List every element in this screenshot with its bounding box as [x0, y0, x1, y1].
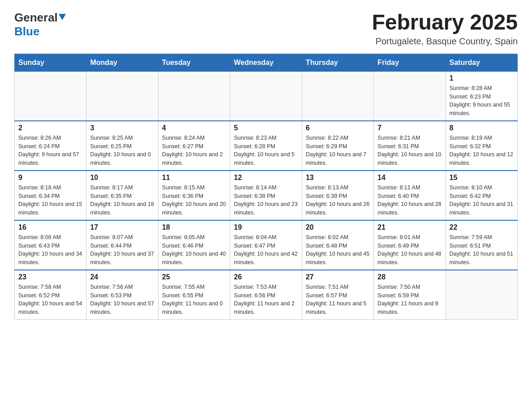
calendar-cell — [446, 270, 517, 320]
day-number: 19 — [234, 223, 298, 231]
day-info: Sunrise: 7:58 AMSunset: 6:52 PMDaylight:… — [18, 283, 82, 317]
day-number: 22 — [450, 223, 514, 231]
page-header: General Blue February 2025 Portugalete, … — [14, 11, 518, 47]
day-info: Sunrise: 8:04 AMSunset: 6:47 PMDaylight:… — [234, 233, 298, 267]
day-number: 14 — [378, 174, 442, 182]
day-number: 15 — [450, 174, 514, 182]
calendar-cell: 6Sunrise: 8:22 AMSunset: 6:29 PMDaylight… — [302, 121, 373, 171]
day-info: Sunrise: 8:24 AMSunset: 6:27 PMDaylight:… — [162, 134, 226, 167]
calendar-week-row-3: 16Sunrise: 8:08 AMSunset: 6:43 PMDayligh… — [15, 220, 518, 270]
day-info: Sunrise: 7:56 AMSunset: 6:53 PMDaylight:… — [90, 283, 154, 317]
calendar-cell: 9Sunrise: 8:18 AMSunset: 6:34 PMDaylight… — [15, 171, 86, 220]
calendar-header-monday: Monday — [86, 54, 158, 71]
day-info: Sunrise: 8:18 AMSunset: 6:34 PMDaylight:… — [18, 184, 82, 217]
calendar-cell: 27Sunrise: 7:51 AMSunset: 6:57 PMDayligh… — [302, 270, 373, 320]
logo-blue-text: Blue — [14, 25, 39, 38]
day-number: 26 — [234, 273, 298, 281]
day-info: Sunrise: 8:21 AMSunset: 6:31 PMDaylight:… — [378, 134, 442, 167]
calendar-cell: 18Sunrise: 8:05 AMSunset: 6:46 PMDayligh… — [158, 220, 230, 270]
calendar-cell: 24Sunrise: 7:56 AMSunset: 6:53 PMDayligh… — [86, 270, 158, 320]
calendar-week-row-4: 23Sunrise: 7:58 AMSunset: 6:52 PMDayligh… — [15, 270, 518, 320]
calendar-cell: 11Sunrise: 8:15 AMSunset: 6:36 PMDayligh… — [158, 171, 230, 220]
day-number: 11 — [162, 174, 226, 182]
calendar-cell — [374, 71, 446, 121]
day-info: Sunrise: 8:28 AMSunset: 6:23 PMDaylight:… — [450, 84, 514, 118]
day-number: 25 — [162, 273, 226, 281]
day-number: 16 — [18, 223, 82, 231]
day-info: Sunrise: 8:11 AMSunset: 6:40 PMDaylight:… — [378, 184, 442, 217]
day-number: 1 — [450, 74, 514, 82]
calendar-cell: 19Sunrise: 8:04 AMSunset: 6:47 PMDayligh… — [230, 220, 302, 270]
day-info: Sunrise: 7:51 AMSunset: 6:57 PMDaylight:… — [306, 283, 370, 317]
day-number: 9 — [18, 174, 82, 182]
logo-arrow-icon — [59, 14, 66, 23]
calendar-cell: 7Sunrise: 8:21 AMSunset: 6:31 PMDaylight… — [374, 121, 446, 171]
calendar-cell: 12Sunrise: 8:14 AMSunset: 6:38 PMDayligh… — [230, 171, 302, 220]
day-info: Sunrise: 8:10 AMSunset: 6:42 PMDaylight:… — [450, 184, 514, 217]
calendar-header-row: SundayMondayTuesdayWednesdayThursdayFrid… — [15, 54, 518, 71]
day-number: 24 — [90, 273, 154, 281]
calendar-cell: 5Sunrise: 8:23 AMSunset: 6:28 PMDaylight… — [230, 121, 302, 171]
day-number: 3 — [90, 124, 154, 132]
day-info: Sunrise: 8:26 AMSunset: 6:24 PMDaylight:… — [18, 134, 82, 167]
calendar-cell: 14Sunrise: 8:11 AMSunset: 6:40 PMDayligh… — [374, 171, 446, 220]
logo-general-text: General — [14, 11, 58, 25]
day-number: 21 — [378, 223, 442, 231]
calendar-cell: 13Sunrise: 8:13 AMSunset: 6:39 PMDayligh… — [302, 171, 373, 220]
calendar-week-row-0: 1Sunrise: 8:28 AMSunset: 6:23 PMDaylight… — [15, 71, 518, 121]
month-title: February 2025 — [372, 11, 518, 34]
day-number: 2 — [18, 124, 82, 132]
day-number: 12 — [234, 174, 298, 182]
calendar-cell: 2Sunrise: 8:26 AMSunset: 6:24 PMDaylight… — [15, 121, 86, 171]
day-info: Sunrise: 7:59 AMSunset: 6:51 PMDaylight:… — [450, 233, 514, 267]
day-number: 5 — [234, 124, 298, 132]
day-number: 8 — [450, 124, 514, 132]
calendar-cell: 8Sunrise: 8:19 AMSunset: 6:32 PMDaylight… — [446, 121, 517, 171]
day-info: Sunrise: 8:07 AMSunset: 6:44 PMDaylight:… — [90, 233, 154, 267]
day-info: Sunrise: 8:13 AMSunset: 6:39 PMDaylight:… — [306, 184, 370, 217]
calendar-table: SundayMondayTuesdayWednesdayThursdayFrid… — [14, 54, 518, 320]
calendar-cell: 22Sunrise: 7:59 AMSunset: 6:51 PMDayligh… — [446, 220, 517, 270]
calendar-header-wednesday: Wednesday — [230, 54, 302, 71]
calendar-cell: 28Sunrise: 7:50 AMSunset: 6:59 PMDayligh… — [374, 270, 446, 320]
calendar-cell: 20Sunrise: 8:02 AMSunset: 6:48 PMDayligh… — [302, 220, 373, 270]
svg-marker-0 — [59, 14, 66, 20]
day-info: Sunrise: 8:08 AMSunset: 6:43 PMDaylight:… — [18, 233, 82, 267]
calendar-cell: 17Sunrise: 8:07 AMSunset: 6:44 PMDayligh… — [86, 220, 158, 270]
calendar-cell: 3Sunrise: 8:25 AMSunset: 6:25 PMDaylight… — [86, 121, 158, 171]
day-number: 20 — [306, 223, 370, 231]
day-info: Sunrise: 8:25 AMSunset: 6:25 PMDaylight:… — [90, 134, 154, 167]
day-info: Sunrise: 7:53 AMSunset: 6:56 PMDaylight:… — [234, 283, 298, 317]
calendar-header-tuesday: Tuesday — [158, 54, 230, 71]
day-info: Sunrise: 8:15 AMSunset: 6:36 PMDaylight:… — [162, 184, 226, 217]
calendar-cell — [302, 71, 373, 121]
logo: General Blue — [14, 11, 66, 39]
calendar-cell: 15Sunrise: 8:10 AMSunset: 6:42 PMDayligh… — [446, 171, 517, 220]
day-info: Sunrise: 8:02 AMSunset: 6:48 PMDaylight:… — [306, 233, 370, 267]
day-info: Sunrise: 7:55 AMSunset: 6:55 PMDaylight:… — [162, 283, 226, 317]
day-number: 17 — [90, 223, 154, 231]
calendar-cell — [230, 71, 302, 121]
day-number: 10 — [90, 174, 154, 182]
calendar-cell — [86, 71, 158, 121]
calendar-header-sunday: Sunday — [15, 54, 86, 71]
day-number: 28 — [378, 273, 442, 281]
day-number: 18 — [162, 223, 226, 231]
calendar-week-row-1: 2Sunrise: 8:26 AMSunset: 6:24 PMDaylight… — [15, 121, 518, 171]
calendar-cell: 23Sunrise: 7:58 AMSunset: 6:52 PMDayligh… — [15, 270, 86, 320]
day-info: Sunrise: 8:19 AMSunset: 6:32 PMDaylight:… — [450, 134, 514, 167]
day-info: Sunrise: 8:22 AMSunset: 6:29 PMDaylight:… — [306, 134, 370, 167]
calendar-week-row-2: 9Sunrise: 8:18 AMSunset: 6:34 PMDaylight… — [15, 171, 518, 220]
day-number: 23 — [18, 273, 82, 281]
day-info: Sunrise: 8:23 AMSunset: 6:28 PMDaylight:… — [234, 134, 298, 167]
day-info: Sunrise: 8:17 AMSunset: 6:35 PMDaylight:… — [90, 184, 154, 217]
calendar-cell: 25Sunrise: 7:55 AMSunset: 6:55 PMDayligh… — [158, 270, 230, 320]
calendar-cell: 16Sunrise: 8:08 AMSunset: 6:43 PMDayligh… — [15, 220, 86, 270]
day-info: Sunrise: 8:14 AMSunset: 6:38 PMDaylight:… — [234, 184, 298, 217]
day-number: 27 — [306, 273, 370, 281]
calendar-header-friday: Friday — [374, 54, 446, 71]
calendar-cell — [15, 71, 86, 121]
calendar-cell: 21Sunrise: 8:01 AMSunset: 6:49 PMDayligh… — [374, 220, 446, 270]
day-info: Sunrise: 8:01 AMSunset: 6:49 PMDaylight:… — [378, 233, 442, 267]
day-number: 13 — [306, 174, 370, 182]
